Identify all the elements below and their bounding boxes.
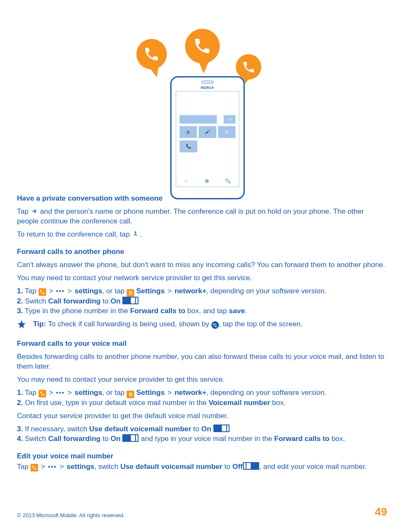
- heading-forward-calls: Forward calls to another phone: [17, 247, 387, 257]
- phone-illustration: NOKIA ⎚ 🔊🎤⏸ 📞 ←⊞🔍: [170, 76, 245, 199]
- speech-bubble-phone-icon: [185, 29, 220, 63]
- phone-tile-icon: [39, 390, 46, 397]
- toggle-on-icon: [122, 297, 137, 304]
- paragraph: Besides forwarding calls to another phon…: [17, 352, 387, 372]
- tip-callout: Tip: To check if call forwarding is bein…: [17, 320, 387, 332]
- step-2: 2. On first use, type in your default vo…: [17, 398, 387, 408]
- page-number: 49: [375, 504, 387, 519]
- heading-forward-voicemail: Forward calls to your voice mail: [17, 339, 387, 349]
- paragraph: You may need to contact your network ser…: [17, 273, 387, 283]
- paragraph: You may need to contact your service pro…: [17, 375, 387, 385]
- step-4: 4. Switch Call forwarding to On , and ty…: [17, 434, 387, 444]
- settings-tile-icon: ⚙: [127, 289, 134, 297]
- phone-brand-label: NOKIA: [172, 85, 244, 90]
- merge-calls-icon: [132, 230, 139, 238]
- star-icon: [17, 320, 26, 332]
- toggle-off-icon: [245, 462, 259, 470]
- toggle-on-icon: [122, 434, 137, 442]
- conference-call-illustration: NOKIA ⎚ 🔊🎤⏸ 📞 ←⊞🔍: [130, 17, 274, 186]
- step-3: 3. If necessary, switch Use default voic…: [17, 424, 387, 434]
- toggle-on-icon: [213, 424, 228, 432]
- paragraph: Can't always answer the phone, but don't…: [17, 260, 387, 270]
- phone-tile-icon: [30, 464, 38, 471]
- paragraph: Tap and the person's name or phone numbe…: [17, 207, 387, 226]
- speech-bubble-phone-icon: [136, 39, 167, 69]
- paragraph: Tap > ••• > settings, switch Use default…: [17, 462, 387, 472]
- step-2: 2. Switch Call forwarding to On .: [17, 297, 387, 306]
- more-dots-icon: •••: [56, 389, 65, 397]
- settings-tile-icon: ⚙: [127, 391, 134, 398]
- step-3: 3. Type in the phone number in the Forwa…: [17, 306, 387, 316]
- heading-edit-voicemail: Edit your voice mail number: [17, 452, 387, 461]
- step-1: 1. Tap > ••• > settings, or tap ⚙ Settin…: [17, 388, 387, 398]
- arrow-right-icon: [30, 207, 38, 215]
- call-forward-indicator-icon: [211, 321, 219, 329]
- more-dots-icon: •••: [56, 287, 65, 295]
- bubble-tail: [198, 59, 210, 74]
- step-1: 1. Tap > ••• > settings, or tap ⚙ Settin…: [17, 287, 387, 297]
- paragraph: Contact your service provider to get the…: [17, 411, 387, 421]
- phone-tile-icon: [39, 288, 46, 296]
- paragraph: To return to the conference call, tap .: [17, 230, 387, 240]
- copyright-text: © 2013 Microsoft Mobile. All rights rese…: [17, 512, 125, 519]
- more-dots-icon: •••: [48, 463, 57, 471]
